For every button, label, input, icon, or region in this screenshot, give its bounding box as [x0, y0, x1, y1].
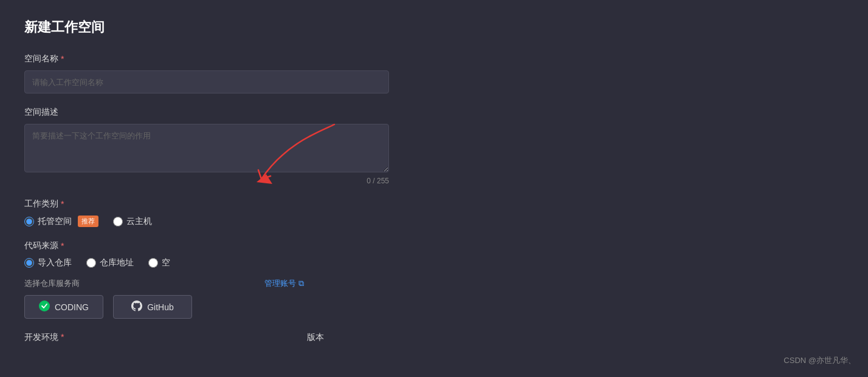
hosted-space-option[interactable]: 托管空间 推荐	[24, 216, 98, 227]
coding-button-label: CODING	[55, 302, 89, 312]
repo-url-radio[interactable]	[86, 258, 96, 268]
cloud-host-option[interactable]: 云主机	[113, 216, 152, 227]
dev-env-label: 开发环境 *	[24, 332, 64, 343]
coding-provider-button[interactable]: CODING	[24, 295, 103, 319]
provider-row: 选择仓库服务商 管理账号 ⧉	[24, 278, 304, 289]
external-link-icon: ⧉	[298, 279, 304, 288]
code-source-label: 代码来源 *	[24, 240, 844, 251]
code-source-section: 代码来源 * 导入仓库 仓库地址 空 选择仓库服务商 管理账号 ⧉	[24, 240, 844, 319]
hosted-space-radio[interactable]	[24, 217, 34, 226]
cloud-host-label: 云主机	[126, 216, 152, 227]
required-indicator: *	[61, 54, 64, 64]
repo-url-option[interactable]: 仓库地址	[86, 257, 134, 268]
version-label: 版本	[307, 332, 324, 343]
import-repo-radio[interactable]	[24, 258, 34, 268]
import-repo-label: 导入仓库	[38, 257, 72, 268]
github-provider-button[interactable]: GitHub	[113, 295, 192, 319]
space-name-input[interactable]	[24, 70, 389, 93]
bottom-labels: 开发环境 * 版本	[24, 332, 844, 343]
required-indicator: *	[61, 241, 64, 251]
work-type-radio-group: 托管空间 推荐 云主机	[24, 216, 844, 227]
cloud-host-radio[interactable]	[113, 217, 123, 226]
char-count: 0 / 255	[24, 177, 389, 185]
github-icon	[131, 301, 142, 313]
work-type-label: 工作类别 *	[24, 199, 844, 209]
hosted-space-label: 托管空间	[38, 216, 72, 227]
space-desc-section: 空间描述 0 / 255	[24, 107, 844, 185]
import-repo-option[interactable]: 导入仓库	[24, 257, 72, 268]
github-button-label: GitHub	[147, 302, 174, 312]
coding-icon	[39, 301, 50, 313]
repo-url-label: 仓库地址	[100, 257, 134, 268]
space-name-label: 空间名称 *	[24, 53, 844, 64]
svg-point-0	[39, 301, 50, 311]
csdn-watermark: CSDN @亦世凡华、	[784, 355, 856, 366]
manage-account-link[interactable]: 管理账号 ⧉	[264, 278, 304, 289]
space-name-section: 空间名称 *	[24, 53, 844, 93]
empty-option[interactable]: 空	[148, 257, 170, 268]
recommended-badge: 推荐	[78, 216, 98, 227]
empty-label: 空	[162, 257, 170, 268]
select-provider-label: 选择仓库服务商	[24, 278, 80, 289]
required-indicator: *	[61, 199, 64, 209]
code-source-radio-group: 导入仓库 仓库地址 空	[24, 257, 844, 268]
space-desc-label: 空间描述	[24, 107, 844, 118]
page-title: 新建工作空间	[24, 18, 844, 36]
required-indicator: *	[61, 332, 64, 342]
empty-radio[interactable]	[148, 258, 158, 268]
work-type-section: 工作类别 * 托管空间 推荐 云主机	[24, 199, 844, 227]
provider-buttons: CODING GitHub	[24, 295, 844, 319]
space-desc-textarea[interactable]	[24, 124, 389, 172]
